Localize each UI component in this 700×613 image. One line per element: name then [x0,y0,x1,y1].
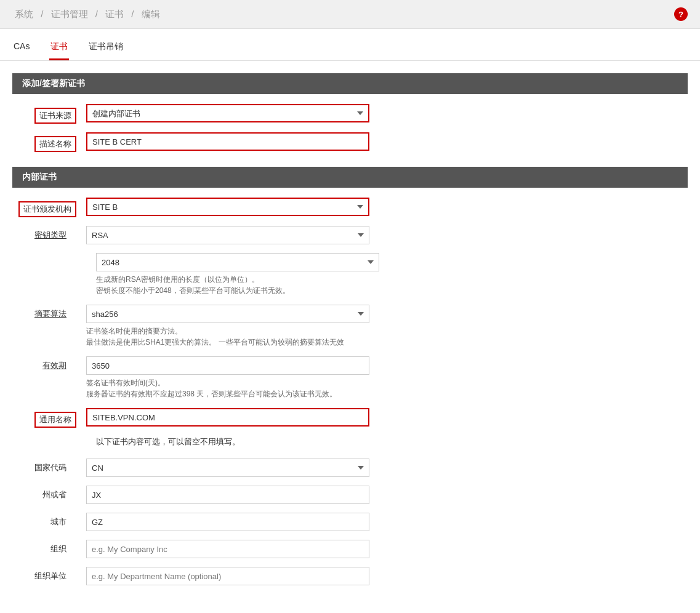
validity-label: 有效期 [42,357,76,370]
country-row: 国家代码 CN [12,459,688,477]
add-cert-section: 添加/签署新证书 证书来源 创建内部证书 描述名称 [12,73,688,152]
validity-hint: 签名证书有效时间(天)。 服务器证书的有效期不应超过398 天，否则某些平台可能… [86,377,369,399]
org-row: 组织 [12,540,688,558]
state-label: 州或省 [42,486,76,499]
state-input[interactable] [86,486,369,504]
page-header: 系统 / 证书管理 / 证书 / 编辑 ? [0,0,700,29]
desc-name-input[interactable] [86,132,369,151]
city-row: 城市 [12,513,688,531]
issuer-label: 证书颁发机构 [18,201,76,217]
digest-select[interactable]: sha256 [86,305,369,323]
cert-source-row: 证书来源 创建内部证书 [12,104,688,124]
key-length-select[interactable]: 2048 [96,253,379,271]
digest-hint: 证书签名时使用的摘要方法。 最佳做法是使用比SHA1更强大的算法。 一些平台可能… [86,326,369,348]
org-unit-input[interactable] [86,567,369,585]
city-label: 城市 [50,513,76,526]
cn-label: 通用名称 [34,412,76,428]
key-length-row: 2048 生成新的RSA密钥时使用的长度（以位为单位）。 密钥长度不能小于204… [12,253,688,296]
org-input[interactable] [86,540,369,558]
tab-revoke[interactable]: 证书吊销 [87,38,124,60]
issuer-select[interactable]: SITE B [86,198,369,216]
validity-input[interactable] [86,356,369,375]
cn-input[interactable] [86,408,369,427]
digest-row: 摘要算法 sha256 证书签名时使用的摘要方法。 最佳做法是使用比SHA1更强… [12,305,688,348]
main-content: 添加/签署新证书 证书来源 创建内部证书 描述名称 内部证书 [0,61,700,612]
cn-row: 通用名称 [12,408,688,428]
digest-label: 摘要算法 [34,305,76,318]
optional-hint-row: 以下证书内容可选，可以留空不用填写。 [12,436,688,450]
desc-name-label: 描述名称 [34,136,76,152]
section1-header: 添加/签署新证书 [12,73,688,94]
key-type-select[interactable]: RSA [86,226,369,244]
internal-cert-section: 内部证书 证书颁发机构 SITE B 密钥类型 RSA [12,167,688,585]
tab-cert[interactable]: 证书 [49,38,69,60]
org-unit-row: 组织单位 [12,567,688,585]
issuer-row: 证书颁发机构 SITE B [12,198,688,217]
cert-source-label: 证书来源 [34,108,76,124]
city-input[interactable] [86,513,369,531]
country-label: 国家代码 [34,459,76,472]
optional-hint: 以下证书内容可选，可以留空不用填写。 [96,436,379,447]
org-label: 组织 [50,540,76,553]
breadcrumb: 系统 / 证书管理 / 证书 / 编辑 [12,9,163,20]
key-type-row: 密钥类型 RSA [12,226,688,244]
tabs-bar: CAs 证书 证书吊销 [0,29,700,61]
section2-header: 内部证书 [12,167,688,188]
key-type-label: 密钥类型 [34,226,76,239]
country-select[interactable]: CN [86,459,369,477]
org-unit-label: 组织单位 [34,567,76,580]
validity-row: 有效期 签名证书有效时间(天)。 服务器证书的有效期不应超过398 天，否则某些… [12,356,688,399]
tab-cas[interactable]: CAs [12,38,31,60]
key-length-hint: 生成新的RSA密钥时使用的长度（以位为单位）。 密钥长度不能小于2048，否则某… [96,274,379,296]
state-row: 州或省 [12,486,688,504]
help-icon[interactable]: ? [674,7,688,21]
cert-source-select[interactable]: 创建内部证书 [86,104,369,122]
desc-name-row: 描述名称 [12,132,688,152]
